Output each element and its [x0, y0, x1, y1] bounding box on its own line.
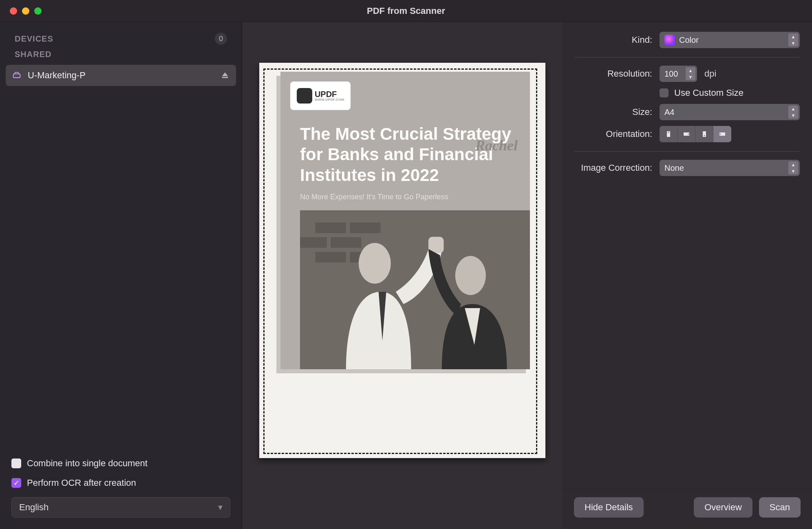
titlebar: PDF from Scanner	[0, 0, 812, 22]
svg-rect-7	[316, 252, 346, 262]
size-select[interactable]: A4	[660, 104, 800, 120]
scan-button[interactable]: Scan	[759, 497, 801, 518]
overview-button[interactable]: Overview	[694, 497, 752, 518]
orientation-landscape-right[interactable]	[677, 126, 695, 142]
kind-stepper[interactable]	[788, 33, 798, 46]
orientation-segmented[interactable]	[660, 126, 731, 142]
sidebar-shared-label: SHARED	[15, 50, 51, 59]
scan-preview-page[interactable]: UPDF WWW.UPDF.COM The Most Crucial Strat…	[259, 63, 545, 458]
sidebar-scanner-name: U-Marketing-P	[28, 70, 86, 81]
svg-rect-5	[300, 237, 327, 248]
settings-panel: Kind: Color Resolution: 100 dpi	[563, 22, 812, 529]
kind-label: Kind:	[575, 35, 652, 45]
color-swatch-icon	[664, 35, 675, 45]
svg-rect-3	[316, 223, 346, 233]
kind-row: Kind: Color	[575, 32, 800, 48]
correction-row: Image Correction: None	[575, 160, 800, 176]
logo-url: WWW.UPDF.COM	[315, 98, 344, 101]
svg-rect-6	[331, 237, 361, 248]
svg-point-9	[359, 243, 391, 284]
bottom-bar: Hide Details Overview Scan	[563, 489, 812, 529]
resolution-field[interactable]: 100	[660, 66, 697, 82]
ocr-checkbox-row[interactable]: ✓ Perform OCR after creation	[11, 478, 230, 488]
divider-2	[575, 151, 800, 152]
orientation-portrait-down[interactable]	[695, 126, 713, 142]
logo-brand: UPDF	[315, 90, 344, 98]
sidebar-devices-label: DEVICES	[15, 34, 53, 44]
scanner-icon	[12, 71, 21, 80]
sidebar-item-scanner[interactable]: U-Marketing-P	[6, 65, 236, 86]
window-body: DEVICES 0 SHARED U-Marketing-P	[0, 22, 812, 529]
kind-select[interactable]: Color	[660, 32, 800, 48]
svg-point-17	[704, 135, 704, 136]
combine-checkbox-row[interactable]: Combine into single document	[11, 458, 230, 469]
custom-size-checkbox[interactable]	[660, 88, 669, 97]
resolution-value: 100	[664, 69, 678, 79]
orientation-row: Orientation:	[575, 126, 800, 142]
sidebar-devices-header: DEVICES 0	[0, 30, 242, 47]
language-select[interactable]: English ▾	[11, 497, 230, 518]
svg-rect-4	[350, 223, 380, 233]
correction-stepper[interactable]	[788, 161, 798, 174]
resolution-label: Resolution:	[575, 68, 652, 79]
zoom-window-button[interactable]	[34, 7, 42, 15]
resolution-stepper[interactable]	[686, 67, 695, 80]
scan-document-content: UPDF WWW.UPDF.COM The Most Crucial Strat…	[280, 72, 530, 369]
resolution-unit: dpi	[704, 68, 716, 79]
document-subhead: No More Expenses! It's Time to Go Paperl…	[280, 190, 530, 210]
svg-point-19	[720, 134, 721, 134]
language-value: English	[19, 502, 49, 513]
divider	[575, 57, 800, 57]
correction-label: Image Correction:	[575, 163, 652, 173]
size-label: Size:	[575, 107, 652, 117]
orientation-portrait-up[interactable]	[660, 126, 677, 142]
hide-details-button[interactable]: Hide Details	[574, 497, 644, 518]
window: PDF from Scanner DEVICES 0 SHARED U-Mark…	[0, 0, 812, 529]
preview-area: UPDF WWW.UPDF.COM The Most Crucial Strat…	[242, 22, 563, 529]
eject-icon[interactable]	[221, 71, 229, 80]
combine-checkbox[interactable]	[11, 458, 21, 468]
watermark-text: Rachel	[475, 137, 518, 154]
document-photo	[300, 210, 530, 369]
document-logo: UPDF WWW.UPDF.COM	[290, 82, 351, 110]
window-title: PDF from Scanner	[367, 6, 445, 16]
correction-value: None	[664, 163, 684, 173]
combine-label: Combine into single document	[27, 458, 148, 469]
correction-select[interactable]: None	[660, 160, 800, 176]
custom-size-checkbox-row[interactable]: Use Custom Size	[660, 88, 744, 98]
logo-mark-icon	[297, 88, 312, 104]
document-headline: The Most Crucial Strategy for Banks and …	[280, 120, 530, 190]
sidebar-devices-count: 0	[215, 33, 227, 45]
resolution-row: Resolution: 100 dpi	[575, 66, 800, 82]
settings-list: Kind: Color Resolution: 100 dpi	[563, 22, 812, 186]
svg-point-11	[455, 256, 486, 295]
chevron-down-icon: ▾	[218, 502, 223, 513]
sidebar: DEVICES 0 SHARED U-Marketing-P	[0, 22, 242, 529]
sidebar-shared-header: SHARED	[0, 47, 242, 62]
traffic-lights	[10, 7, 42, 15]
svg-point-15	[688, 134, 688, 134]
sidebar-bottom: Combine into single document ✓ Perform O…	[0, 452, 242, 529]
custom-size-row: Use Custom Size	[575, 88, 800, 98]
size-stepper[interactable]	[788, 106, 798, 119]
kind-value: Color	[679, 35, 699, 45]
minimize-window-button[interactable]	[22, 7, 29, 15]
ocr-checkbox[interactable]: ✓	[11, 478, 21, 488]
logo-text: UPDF WWW.UPDF.COM	[315, 90, 344, 101]
size-row: Size: A4	[575, 104, 800, 120]
custom-size-label: Use Custom Size	[674, 88, 744, 98]
size-value: A4	[664, 108, 674, 117]
close-window-button[interactable]	[10, 7, 17, 15]
svg-point-13	[668, 132, 669, 133]
orientation-label: Orientation:	[575, 129, 652, 139]
svg-rect-0	[13, 74, 20, 77]
svg-rect-1	[222, 77, 228, 78]
ocr-label: Perform OCR after creation	[27, 478, 136, 488]
orientation-landscape-left[interactable]	[713, 126, 731, 142]
